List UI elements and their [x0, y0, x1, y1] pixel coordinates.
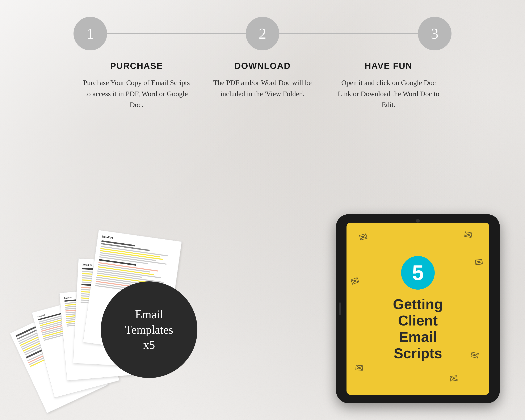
step-connector-2 [279, 33, 418, 34]
step-desc-1: Purchase Your Copy of Email Scripts to a… [82, 77, 191, 111]
envelope-icon-1: ✉ [358, 230, 369, 243]
envelope-icon-7: ✉ [349, 274, 361, 288]
steps-section: 1 2 3 PURCHASE Purchase Your Copy of Ema… [0, 0, 525, 111]
tablet-speaker [339, 302, 341, 315]
step-title-2: DOWNLOAD [208, 61, 317, 71]
envelope-icon-3: ✉ [474, 256, 484, 268]
step-circle-2: 2 [246, 17, 279, 50]
dark-circle-text: Email Templates x5 [125, 307, 173, 353]
envelope-icon-4: ✉ [469, 349, 480, 362]
step-connector-1 [107, 33, 246, 34]
step-content-2: DOWNLOAD The PDF and/or Word Doc will be… [199, 61, 326, 111]
steps-row: 1 2 3 [74, 17, 451, 50]
envelope-icon-2: ✉ [463, 228, 473, 241]
envelope-icon-5: ✉ [449, 372, 459, 385]
tablet-number-circle: 5 [401, 256, 435, 289]
steps-content-row: PURCHASE Purchase Your Copy of Email Scr… [74, 61, 451, 111]
step-content-3: HAVE FUN Open it and click on Google Doc… [326, 61, 451, 111]
step-content-1: PURCHASE Purchase Your Copy of Email Scr… [74, 61, 199, 111]
bottom-section: Email #5 Email #4 [0, 189, 525, 420]
tablet-camera [416, 219, 420, 223]
tablet-outer: ✉ ✉ ✉ ✉ ✉ ✉ ✉ 5 Getting Client Email Scr… [336, 214, 500, 403]
step-circle-3: 3 [418, 17, 451, 50]
step-circle-1: 1 [74, 17, 107, 50]
documents-area: Email #5 Email #4 [21, 218, 210, 407]
step-desc-2: The PDF and/or Word Doc will be included… [208, 77, 317, 99]
step-title-3: HAVE FUN [334, 61, 443, 71]
tablet-screen: ✉ ✉ ✉ ✉ ✉ ✉ ✉ 5 Getting Client Email Scr… [347, 223, 489, 395]
envelope-icon-6: ✉ [355, 362, 364, 374]
dark-circle-overlay: Email Templates x5 [101, 281, 197, 378]
tablet-mockup: ✉ ✉ ✉ ✉ ✉ ✉ ✉ 5 Getting Client Email Scr… [336, 214, 500, 403]
step-title-1: PURCHASE [82, 61, 191, 71]
step-desc-3: Open it and click on Google Doc Link or … [334, 77, 443, 111]
tablet-book-title: Getting Client Email Scripts [384, 296, 451, 362]
page-content: 1 2 3 PURCHASE Purchase Your Copy of Ema… [0, 0, 525, 420]
